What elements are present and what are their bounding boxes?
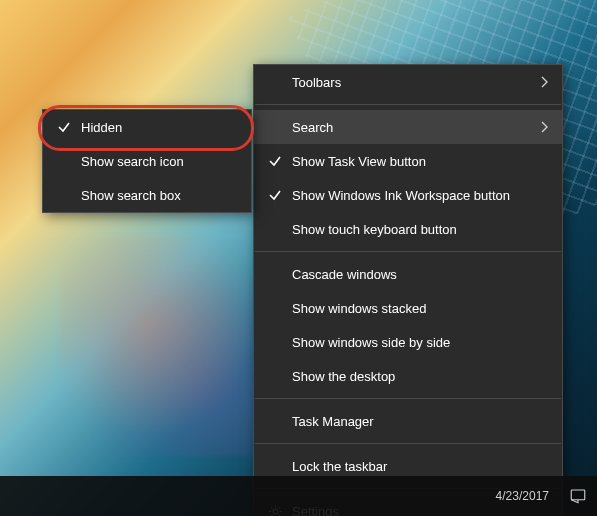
taskbar-context-menu: Toolbars Search Show Task View button Sh… (253, 64, 563, 516)
submenu-item-show-search-icon[interactable]: Show search icon (43, 144, 251, 178)
menu-item-show-ink-workspace[interactable]: Show Windows Ink Workspace button (254, 178, 562, 212)
menu-item-label: Show search icon (75, 154, 237, 169)
menu-separator (255, 251, 561, 252)
menu-item-label: Show windows stacked (286, 301, 548, 316)
taskbar[interactable]: 4/23/2017 (0, 476, 597, 516)
menu-item-show-touch-keyboard[interactable]: Show touch keyboard button (254, 212, 562, 246)
menu-item-label: Task Manager (286, 414, 548, 429)
menu-item-cascade-windows[interactable]: Cascade windows (254, 257, 562, 291)
menu-item-label: Show touch keyboard button (286, 222, 548, 237)
menu-item-label: Cascade windows (286, 267, 548, 282)
menu-item-show-windows-stacked[interactable]: Show windows stacked (254, 291, 562, 325)
menu-item-toolbars[interactable]: Toolbars (254, 65, 562, 99)
svg-rect-0 (571, 490, 585, 500)
menu-item-label: Search (286, 120, 540, 135)
menu-item-label: Hidden (75, 120, 237, 135)
submenu-item-show-search-box[interactable]: Show search box (43, 178, 251, 212)
menu-item-show-windows-side-by-side[interactable]: Show windows side by side (254, 325, 562, 359)
menu-item-label: Show Task View button (286, 154, 548, 169)
chevron-right-icon (540, 76, 548, 88)
search-submenu: Hidden Show search icon Show search box (42, 109, 252, 213)
menu-item-label: Toolbars (286, 75, 540, 90)
menu-item-label: Lock the taskbar (286, 459, 548, 474)
menu-item-task-manager[interactable]: Task Manager (254, 404, 562, 438)
menu-item-search[interactable]: Search (254, 110, 562, 144)
menu-separator (255, 443, 561, 444)
notifications-icon[interactable] (569, 487, 587, 505)
submenu-item-hidden[interactable]: Hidden (43, 110, 251, 144)
check-icon (53, 120, 75, 134)
menu-item-label: Show windows side by side (286, 335, 548, 350)
check-icon (264, 154, 286, 168)
taskbar-date[interactable]: 4/23/2017 (496, 489, 549, 503)
menu-item-label: Show search box (75, 188, 237, 203)
desktop: Toolbars Search Show Task View button Sh… (0, 0, 597, 516)
chevron-right-icon (540, 121, 548, 133)
menu-item-label: Show the desktop (286, 369, 548, 384)
menu-item-label: Show Windows Ink Workspace button (286, 188, 548, 203)
menu-item-show-the-desktop[interactable]: Show the desktop (254, 359, 562, 393)
menu-separator (255, 398, 561, 399)
menu-item-show-task-view[interactable]: Show Task View button (254, 144, 562, 178)
check-icon (264, 188, 286, 202)
menu-separator (255, 104, 561, 105)
